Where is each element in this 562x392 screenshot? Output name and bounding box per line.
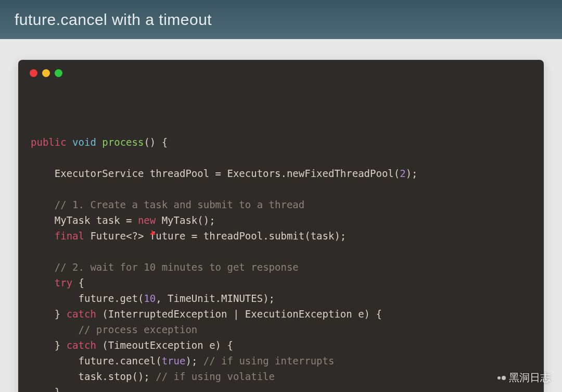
code-token: MyTask task = [31,214,138,226]
code-token: catch [67,339,96,351]
code-line: future.cancel(true); // if using interru… [31,353,531,369]
code-token: public [31,136,67,148]
code-line: try { [31,275,531,290]
code-token: try [55,277,72,288]
code-token: task.stop(); [31,371,156,382]
code-token: // if using volatile [156,371,275,382]
code-token: ); [406,168,418,179]
code-token [31,324,79,335]
slide-title: future.cancel with a timeout [15,11,212,29]
window-controls [18,69,544,87]
code-token: future.get( [31,293,144,304]
code-line: } [31,384,531,392]
code-token: { [72,277,84,288]
code-line: final Future<?> future = threadPool.subm… [31,228,531,244]
code-token: } [31,308,67,320]
wechat-icon [497,376,506,380]
code-token: } [31,386,60,392]
code-token [31,277,55,288]
code-token: future.cancel( [31,355,162,366]
code-token: , TimeUnit.MINUTES); [156,293,275,304]
code-line: MyTask task = new MyTask(); [31,212,531,228]
code-token: final [55,230,84,242]
minimize-icon [42,69,50,77]
code-line: // 1. Create a task and submit to a thre… [31,197,531,212]
code-token: } [31,339,67,351]
code-token: // 2. wait for 10 minutes to get respons… [55,261,299,273]
slide-header: future.cancel with a timeout [0,0,562,39]
code-token: process [102,136,144,148]
code-token [31,261,55,273]
code-window: public void process() { ExecutorService … [18,60,544,392]
code-token: 2 [400,168,405,179]
code-token: (TimeoutException e) { [96,339,233,351]
code-line: future.get(10, TimeUnit.MINUTES); [31,290,531,306]
code-token: true [162,355,186,366]
code-token [31,230,55,242]
code-line: ExecutorService threadPool = Executors.n… [31,166,531,181]
code-token: MyTask(); [156,214,215,226]
code-token: catch [67,308,96,320]
code-token: 10 [144,293,156,304]
code-token: void [72,136,96,148]
code-line: } catch (InterruptedException | Executio… [31,306,531,322]
zoom-icon [55,69,62,77]
code-token [96,136,102,148]
code-line: } catch (TimeoutException e) { [31,337,531,353]
code-line: public void process() { [31,134,531,150]
code-block: public void process() { ExecutorService … [18,87,544,392]
code-token: new [138,214,156,226]
code-line [31,150,531,166]
code-line [31,181,531,197]
code-line: // 2. wait for 10 minutes to get respons… [31,259,531,275]
code-token: // process exception [79,324,198,335]
code-token: // if using interrupts [203,355,335,366]
code-line [31,244,531,259]
watermark-text: 黑洞日志 [509,371,551,385]
code-token: Future<?> future = threadPool.submit(tas… [84,230,346,242]
code-token [31,199,55,210]
code-token: ExecutorService threadPool = Executors.n… [31,168,400,179]
code-token: // 1. Create a task and submit to a thre… [55,199,304,210]
code-token: (InterruptedException | ExecutionExcepti… [96,308,382,320]
watermark: 黑洞日志 [497,371,551,385]
code-token: () { [144,136,168,148]
code-line: task.stop(); // if using volatile [31,369,531,384]
code-token: ); [185,355,203,366]
code-token [67,136,72,148]
close-icon [30,69,37,77]
slide-content: public void process() { ExecutorService … [0,39,562,392]
code-line: // process exception [31,322,531,337]
